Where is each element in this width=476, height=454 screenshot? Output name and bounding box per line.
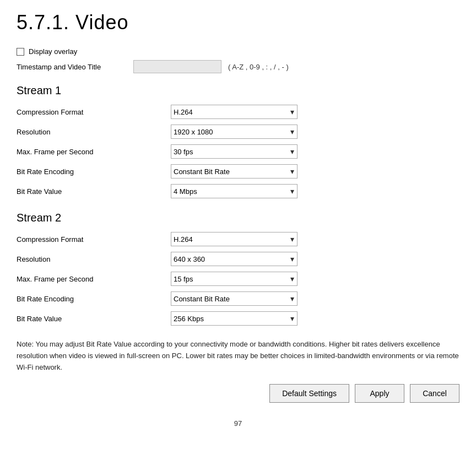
stream2-section: Stream 2 Compression FormatH.264H.265MJP… [17,212,459,328]
stream1-field-select-1[interactable]: 1920 x 10801280 x 720640 x 360 [171,125,298,139]
page-number: 97 [17,419,459,428]
timestamp-input[interactable] [133,60,221,73]
button-row: Default Settings Apply Cancel [17,384,459,403]
stream1-field-label-0: Compression Format [17,108,171,116]
stream2-field-row-2: Max. Frame per Second30 fps15 fps10 fps5… [17,269,459,288]
timestamp-hint: ( A-Z , 0-9 , : , / , - ) [228,63,289,71]
overlay-section: Display overlay Timestamp and Video Titl… [17,47,459,73]
stream2-field-select-2[interactable]: 30 fps15 fps10 fps5 fps [171,272,298,286]
stream1-field-label-1: Resolution [17,128,171,136]
page-title: 5.7.1. Video [17,11,459,34]
stream2-field-row-1: Resolution1920 x 10801280 x 720640 x 360 [17,250,459,268]
stream1-field-row-0: Compression FormatH.264H.265MJPEG [17,102,459,121]
stream1-field-row-3: Bit Rate EncodingConstant Bit RateVariab… [17,162,459,181]
stream2-field-select-4[interactable]: 4 Mbps2 Mbps1 Mbps512 Kbps256 Kbps [171,311,298,326]
timestamp-label: Timestamp and Video Title [17,63,127,71]
stream2-field-select-0[interactable]: H.264H.265MJPEG [171,232,298,246]
timestamp-row: Timestamp and Video Title ( A-Z , 0-9 , … [17,60,459,73]
stream1-field-row-2: Max. Frame per Second30 fps15 fps10 fps5… [17,142,459,161]
stream1-field-select-0[interactable]: H.264H.265MJPEG [171,105,298,119]
stream2-field-row-0: Compression FormatH.264H.265MJPEG [17,230,459,248]
stream2-title: Stream 2 [17,212,459,224]
stream2-fields: Compression FormatH.264H.265MJPEGResolut… [17,230,459,328]
apply-button[interactable]: Apply [355,384,404,403]
stream2-field-label-3: Bit Rate Encoding [17,295,171,303]
overlay-row: Display overlay [17,47,459,56]
stream2-field-row-4: Bit Rate Value4 Mbps2 Mbps1 Mbps512 Kbps… [17,309,459,328]
stream1-field-label-3: Bit Rate Encoding [17,167,171,176]
default-settings-button[interactable]: Default Settings [269,384,349,403]
stream2-field-label-0: Compression Format [17,235,171,244]
stream1-field-select-4[interactable]: 4 Mbps2 Mbps1 Mbps512 Kbps256 Kbps [171,184,298,198]
stream2-field-select-3[interactable]: Constant Bit RateVariable Bit Rate [171,291,298,306]
stream1-section: Stream 1 Compression FormatH.264H.265MJP… [17,84,459,201]
note-section: Note: You may adjust Bit Rate Value acco… [17,339,459,373]
stream1-field-label-4: Bit Rate Value [17,187,171,196]
cancel-button[interactable]: Cancel [410,384,459,403]
stream1-field-select-3[interactable]: Constant Bit RateVariable Bit Rate [171,164,298,179]
stream1-field-row-4: Bit Rate Value4 Mbps2 Mbps1 Mbps512 Kbps… [17,182,459,201]
stream2-field-row-3: Bit Rate EncodingConstant Bit RateVariab… [17,289,459,308]
stream1-title: Stream 1 [17,84,459,97]
stream2-field-label-2: Max. Frame per Second [17,275,171,283]
display-overlay-text: Display overlay [29,47,77,56]
stream2-field-label-1: Resolution [17,255,171,263]
stream1-field-select-2[interactable]: 30 fps15 fps10 fps5 fps [171,144,298,159]
stream1-field-label-2: Max. Frame per Second [17,148,171,156]
display-overlay-checkbox[interactable] [17,48,24,56]
stream1-fields: Compression FormatH.264H.265MJPEGResolut… [17,102,459,201]
stream2-field-select-1[interactable]: 1920 x 10801280 x 720640 x 360 [171,252,298,266]
display-overlay-label[interactable]: Display overlay [17,47,77,56]
stream1-field-row-1: Resolution1920 x 10801280 x 720640 x 360 [17,122,459,141]
stream2-field-label-4: Bit Rate Value [17,315,171,323]
